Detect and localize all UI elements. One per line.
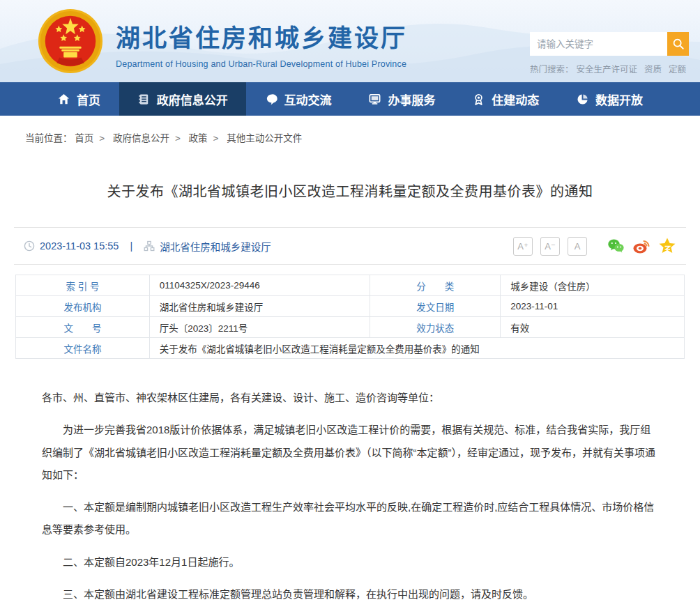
pie-chart-icon [576,93,589,106]
paragraph-intro: 为进一步完善我省2018版计价依据体系，满足城镇老旧小区改造工程计价的需要，根据… [42,419,658,486]
site-brand[interactable]: 湖北省住房和城乡建设厅 Department of Housing and Ur… [36,7,407,75]
qzone-share-icon[interactable] [658,237,676,255]
document-info-table: 索 引 号 01104325X/2023-29446 分 类 城乡建设（含住房）… [15,275,685,359]
table-row: 索 引 号 01104325X/2023-29446 分 类 城乡建设（含住房） [16,275,685,296]
search-input[interactable] [530,32,667,56]
font-larger-button[interactable]: A⁺ [513,237,533,256]
nav-item-home[interactable]: 首页 [39,82,119,116]
table-row: 发布机构 湖北省住房和城乡建设厅 发文日期 2023-11-01 [16,296,685,317]
search-icon [672,38,685,50]
breadcrumb-separator: > [175,133,181,144]
breadcrumb-separator: > [213,133,219,144]
table-row: 文件名称 关于发布《湖北省城镇老旧小区改造工程消耗量定额及全费用基价表》的通知 [16,338,685,359]
nav-item-news[interactable]: 住建动态 [454,82,557,116]
article-meta-left: 2023-11-03 15:55 | 湖北省住房和城乡建设厅 [24,239,271,254]
hot-search-link-1[interactable]: 安全生产许可证 [577,65,638,75]
issue-date-value: 2023-11-01 [501,296,685,317]
document-body: 各市、州、直管市、神农架林区住建局，各有关建设、设计、施工、造价咨询等单位： 为… [0,359,700,609]
breadcrumb-item-home[interactable]: 首页 [75,133,93,144]
validity-label: 效力状态 [370,317,501,338]
publish-datetime: 2023-11-03 15:55 [40,240,119,252]
medal-icon [472,93,485,106]
paragraph-item-1: 一、本定额是编制期内城镇老旧小区改造工程生产效率社会平均水平的反映,在确定工程造… [42,496,658,541]
hot-search-link-3[interactable]: 定额 [669,65,686,75]
monitor-icon [368,93,381,106]
breadcrumb: 当前位置： 首页> 政府信息公开> 政策> 其他主动公开文件 [0,116,700,144]
nav-label: 首页 [77,91,100,108]
index-number-label: 索 引 号 [16,275,150,296]
site-header: 湖北省住房和城乡建设厅 Department of Housing and Ur… [0,0,700,82]
brand-text: 湖北省住房和城乡建设厅 Department of Housing and Ur… [116,14,407,69]
wechat-share-icon[interactable] [607,237,625,255]
validity-value: 有效 [501,317,685,338]
site-title: 湖北省住房和城乡建设厅 [116,18,407,54]
doc-name-value: 关于发布《湖北省城镇老旧小区改造工程消耗量定额及全费用基价表》的通知 [149,338,684,359]
breadcrumb-item-policy[interactable]: 政策 [189,133,208,144]
nav-item-services[interactable]: 办事服务 [350,82,453,116]
agency-value: 湖北省住房和城乡建设厅 [149,296,370,317]
national-emblem-icon [36,7,105,75]
breadcrumb-item-other-docs[interactable]: 其他主动公开文件 [227,133,302,144]
article-meta-right: A⁺ A⁻ A [513,237,676,256]
salutation: 各市、州、直管市、神农架林区住建局，各有关建设、设计、施工、造价咨询等单位： [42,387,658,409]
paragraph-item-3: 三、本定额由湖北省建设工程标准定额管理总站负责管理和解释，在执行中出现的问题，请… [42,583,658,606]
nav-label: 住建动态 [492,91,539,108]
font-smaller-button[interactable]: A⁻ [540,237,560,256]
hot-search-label: 热门搜索： [530,65,574,75]
font-reset-button[interactable]: A [568,237,587,256]
doc-name-label: 文件名称 [16,338,150,359]
chat-icon [265,93,278,106]
nav-item-open-data[interactable]: 数据开放 [558,82,661,116]
breadcrumb-separator: > [99,133,105,144]
category-value: 城乡建设（含住房） [501,275,685,296]
category-label: 分 类 [370,275,501,296]
index-number-value: 01104325X/2023-29446 [149,275,370,296]
meta-divider: | [130,240,132,252]
paragraph-item-2: 二、本定额自2023年12月1日起施行。 [42,551,658,573]
weibo-share-icon[interactable] [632,237,650,255]
site-subtitle: Department of Housing and Urban-Rural De… [116,59,407,69]
nav-item-interaction[interactable]: 互动交流 [247,82,350,116]
nav-label: 政府信息公开 [157,91,228,108]
table-row: 文 号 厅头〔2023〕2211号 效力状态 有效 [16,317,685,338]
home-icon [57,93,70,106]
hot-search-link-2[interactable]: 资质 [644,65,662,75]
page-title: 关于发布《湖北省城镇老旧小区改造工程消耗量定额及全费用基价表》的通知 [49,180,651,201]
nav-label: 互动交流 [284,91,332,108]
publish-source: 湖北省住房和城乡建设厅 [160,239,271,254]
search-area: 热门搜索：安全生产许可证资质定额 [530,32,689,75]
doc-number-label: 文 号 [16,317,150,338]
nav-item-gov-info[interactable]: 政府信息公开 [119,82,246,116]
doc-number-value: 厅头〔2023〕2211号 [149,317,370,338]
agency-label: 发布机构 [16,296,150,317]
issue-date-label: 发文日期 [370,296,501,317]
nav-label: 数据开放 [595,91,643,108]
article-meta-bar: 2023-11-03 15:55 | 湖北省住房和城乡建设厅 A⁺ A⁻ A [14,227,686,265]
search-button[interactable] [667,32,689,56]
hot-search-row: 热门搜索：安全生产许可证资质定额 [530,62,689,75]
main-navbar: 首页 政府信息公开 互动交流 办事服务 住建动态 数据开放 [0,82,700,116]
nav-label: 办事服务 [388,91,435,108]
document-icon [137,93,151,106]
clock-icon [24,240,35,252]
organization-icon [144,240,155,252]
breadcrumb-item-gov-info[interactable]: 政府信息公开 [113,133,169,144]
breadcrumb-label: 当前位置： [25,133,73,144]
